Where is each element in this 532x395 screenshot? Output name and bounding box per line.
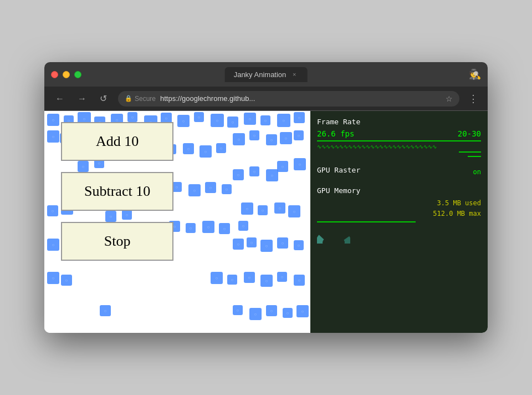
blue-square bbox=[183, 143, 194, 154]
gpu-raster-title: GPU Raster bbox=[317, 166, 360, 174]
blue-square bbox=[227, 117, 238, 128]
blue-square bbox=[294, 130, 304, 140]
blue-square bbox=[47, 239, 59, 251]
lock-icon: 🔒 bbox=[125, 95, 132, 102]
frame-rate-title: Frame Rate bbox=[317, 118, 481, 126]
gpu-raster-section: GPU Raster on bbox=[317, 166, 481, 178]
blue-square bbox=[233, 305, 243, 315]
blue-square bbox=[294, 112, 305, 123]
blue-square bbox=[288, 205, 300, 217]
maximize-button[interactable] bbox=[74, 71, 81, 78]
blue-square bbox=[277, 161, 288, 172]
tab-title: Janky Animation bbox=[234, 70, 287, 79]
blue-square bbox=[47, 205, 58, 216]
forward-button[interactable]: → bbox=[75, 92, 89, 106]
dash-2 bbox=[468, 156, 481, 157]
blue-square bbox=[47, 130, 59, 143]
devtools-panel: Frame Rate 26.6 fps 20-30 ∿∿∿∿∿∿∿∿∿∿∿∿∿∿… bbox=[310, 111, 488, 333]
browser-window: Janky Animation × 🕵 ← → ↺ 🔒 Secure https… bbox=[44, 62, 488, 333]
fps-wave: ∿∿∿∿∿∿∿∿∿∿∿∿∿∿∿∿∿∿∿∿∿∿∿∿∿∿∿ bbox=[317, 144, 481, 150]
fps-dashes bbox=[317, 151, 481, 157]
blue-square bbox=[233, 239, 244, 250]
blue-square bbox=[194, 112, 204, 122]
url-bar[interactable]: 🔒 Secure https://googlechrome.github... … bbox=[118, 91, 459, 107]
stop-button[interactable]: Stop bbox=[61, 222, 173, 261]
secure-label: 🔒 Secure bbox=[125, 95, 156, 103]
blue-square bbox=[216, 143, 226, 153]
blue-square bbox=[277, 272, 287, 282]
blue-square bbox=[211, 272, 223, 284]
toolbar-right: 🕵 bbox=[469, 68, 481, 80]
title-bar: Janky Animation × 🕵 bbox=[44, 62, 488, 87]
blue-square bbox=[294, 275, 305, 286]
blue-square bbox=[241, 202, 253, 215]
bookmark-icon[interactable]: ☆ bbox=[446, 94, 453, 103]
frame-rate-section: Frame Rate 26.6 fps 20-30 ∿∿∿∿∿∿∿∿∿∿∿∿∿∿… bbox=[317, 118, 481, 157]
spy-icon: 🕵 bbox=[469, 68, 481, 80]
blue-square bbox=[266, 134, 277, 145]
blue-square bbox=[233, 169, 244, 180]
memory-max: 512.0 MB max bbox=[317, 209, 481, 219]
blue-square bbox=[260, 240, 273, 252]
memory-used: 3.5 MB used bbox=[317, 198, 481, 209]
url-text: https://googlechrome.github... bbox=[160, 94, 255, 103]
add-button[interactable]: Add 10 bbox=[61, 122, 173, 161]
animation-area: Add 10 Subtract 10 Stop bbox=[44, 111, 310, 333]
blue-square bbox=[244, 272, 255, 283]
blue-square bbox=[266, 169, 278, 181]
blue-square bbox=[211, 114, 224, 127]
blue-square bbox=[249, 130, 259, 140]
tab-bar: Janky Animation × bbox=[225, 67, 308, 82]
blue-square bbox=[274, 202, 285, 214]
refresh-button[interactable]: ↺ bbox=[98, 91, 109, 106]
gpu-raster-row: GPU Raster on bbox=[317, 166, 481, 178]
close-button[interactable] bbox=[51, 71, 58, 78]
blue-square bbox=[61, 275, 72, 286]
minimize-button[interactable] bbox=[63, 71, 70, 78]
blue-square bbox=[283, 308, 293, 318]
blue-square bbox=[188, 184, 201, 196]
blue-square bbox=[200, 145, 212, 158]
blue-square bbox=[219, 223, 230, 234]
blue-square bbox=[227, 275, 237, 285]
blue-square bbox=[296, 305, 309, 317]
memory-chart bbox=[317, 227, 350, 244]
blue-square bbox=[280, 132, 292, 144]
blue-square bbox=[127, 112, 137, 122]
blue-square bbox=[277, 237, 288, 249]
traffic-lights bbox=[51, 71, 81, 78]
gpu-memory-section: GPU Memory 3.5 MB used 512.0 MB max bbox=[317, 186, 481, 245]
blue-square bbox=[260, 115, 270, 125]
menu-icon[interactable]: ⋮ bbox=[468, 93, 479, 105]
gpu-raster-value: on bbox=[473, 168, 481, 176]
blue-square bbox=[186, 223, 196, 233]
address-bar: ← → ↺ 🔒 Secure https://googlechrome.gith… bbox=[44, 87, 488, 111]
blue-square bbox=[202, 221, 214, 233]
svg-point-1 bbox=[319, 232, 348, 244]
browser-tab[interactable]: Janky Animation × bbox=[225, 67, 308, 82]
fps-row: 26.6 fps 20-30 bbox=[317, 129, 481, 138]
subtract-button[interactable]: Subtract 10 bbox=[61, 172, 173, 211]
blue-square bbox=[100, 305, 111, 316]
blue-square bbox=[47, 114, 59, 126]
blue-square bbox=[247, 237, 257, 247]
fps-range: 20-30 bbox=[458, 129, 481, 138]
gpu-memory-title: GPU Memory bbox=[317, 186, 481, 195]
blue-square bbox=[249, 166, 259, 176]
blue-square bbox=[294, 158, 306, 170]
fps-value: 26.6 fps bbox=[317, 129, 354, 138]
blue-square bbox=[260, 275, 273, 287]
dash-1 bbox=[459, 151, 481, 153]
blue-square bbox=[222, 184, 232, 194]
tab-close-button[interactable]: × bbox=[290, 70, 298, 78]
svg-point-0 bbox=[319, 232, 348, 244]
gpu-memory-values: 3.5 MB used 512.0 MB max bbox=[317, 198, 481, 219]
blue-square bbox=[277, 114, 290, 127]
back-button[interactable]: ← bbox=[53, 92, 66, 106]
blue-square bbox=[233, 133, 245, 145]
memory-line bbox=[317, 221, 416, 222]
action-buttons: Add 10 Subtract 10 Stop bbox=[61, 122, 173, 261]
fps-line bbox=[317, 140, 481, 141]
blue-square bbox=[244, 113, 256, 125]
blue-square bbox=[266, 305, 277, 316]
